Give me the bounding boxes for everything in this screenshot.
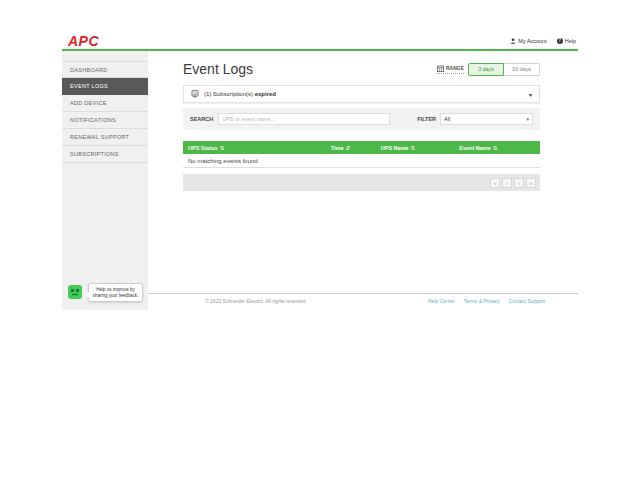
help-button[interactable]: ? Help: [557, 38, 576, 44]
sort-icon: ⇅: [411, 145, 416, 151]
filter-dropdown[interactable]: All ▾: [440, 113, 533, 125]
my-account-label: My Account: [518, 38, 546, 44]
empty-state-row: No matching events found: [183, 154, 540, 168]
range-3-days-button[interactable]: 3 days: [468, 63, 504, 76]
subscription-expired-banner[interactable]: (1) Subscription(s) expired ▾: [183, 85, 540, 103]
sort-icon: ⇵: [346, 145, 351, 151]
sort-icon: ⇅: [493, 145, 498, 151]
sidebar-item-notifications[interactable]: NOTIFICATIONS: [62, 112, 148, 129]
pagination-next-button[interactable]: ›: [514, 178, 524, 188]
sidebar-item-dashboard[interactable]: DASHBOARD: [62, 61, 148, 78]
sidebar-item-event-logs[interactable]: EVENT LOGS: [62, 78, 148, 95]
pagination-bar: « ‹ › »: [183, 174, 540, 191]
sidebar-item-label: DASHBOARD: [70, 67, 108, 73]
range-label: RANGE: [437, 65, 464, 74]
range-30-days-button[interactable]: 30 days: [504, 63, 540, 76]
pagination-prev-button[interactable]: ‹: [502, 178, 512, 188]
user-icon: [510, 38, 516, 44]
sidebar-item-subscriptions[interactable]: SUBSCRIPTIONS: [62, 146, 148, 163]
terms-privacy-link[interactable]: Terms & Privacy: [464, 298, 500, 304]
pagination-last-button[interactable]: »: [526, 178, 536, 188]
calendar-icon: [437, 65, 444, 72]
page-title: Event Logs: [183, 61, 253, 77]
search-input[interactable]: [218, 113, 390, 125]
filter-selected-value: All: [444, 116, 450, 122]
help-label: Help: [565, 38, 576, 44]
column-header-time[interactable]: Time⇵: [326, 145, 376, 151]
ups-device-icon: [191, 90, 199, 98]
search-filter-bar: SEARCH FILTER All ▾: [183, 108, 540, 130]
column-header-event-name[interactable]: Event Name⇅: [454, 145, 540, 151]
feedback-button[interactable]: [68, 285, 82, 299]
my-account-button[interactable]: My Account: [510, 38, 546, 44]
events-table-header: UPS Status⇅ Time⇵ UPS Name⇅ Event Name⇅: [183, 141, 540, 154]
top-navigation: My Account ? Help: [510, 38, 576, 44]
sort-icon: ⇅: [220, 145, 225, 151]
subscription-expired-text: (1) Subscription(s) expired: [204, 91, 276, 97]
apc-logo: APC: [68, 33, 99, 49]
column-header-ups-status[interactable]: UPS Status⇅: [183, 145, 326, 151]
sidebar-item-label: EVENT LOGS: [70, 83, 108, 89]
sidebar-item-renewal-support[interactable]: RENEWAL SUPPORT: [62, 129, 148, 146]
chevron-down-icon[interactable]: ▾: [529, 91, 532, 98]
app-window: APC My Account ? Help DASHBOARD EVENT LO…: [0, 0, 640, 480]
range-control: RANGE 3 days 30 days: [437, 63, 540, 76]
column-header-ups-name[interactable]: UPS Name⇅: [376, 145, 455, 151]
sidebar-item-label: NOTIFICATIONS: [70, 117, 116, 123]
copyright-text: © 2023 Schneider Electric. All rights re…: [205, 298, 307, 304]
search-label: SEARCH: [190, 116, 213, 122]
sidebar-item-label: ADD DEVICE: [70, 100, 107, 106]
sidebar-item-add-device[interactable]: ADD DEVICE: [62, 95, 148, 112]
footer-links: Help Center Terms & Privacy Contact Supp…: [428, 298, 545, 304]
sidebar: DASHBOARD EVENT LOGS ADD DEVICE NOTIFICA…: [62, 51, 148, 310]
pagination-first-button[interactable]: «: [490, 178, 500, 188]
feedback-face-icon: [68, 285, 82, 299]
help-icon: ?: [557, 38, 563, 44]
contact-support-link[interactable]: Contact Support: [509, 298, 545, 304]
sidebar-item-label: SUBSCRIPTIONS: [70, 151, 119, 157]
footer-divider: [148, 293, 578, 294]
filter-label: FILTER: [417, 116, 436, 122]
chevron-down-icon: ▾: [526, 116, 529, 122]
help-center-link[interactable]: Help Center: [428, 298, 455, 304]
empty-state-message: No matching events found: [188, 158, 258, 164]
feedback-tooltip: Help us improve by sharing your feedback…: [88, 283, 143, 302]
sidebar-item-label: RENEWAL SUPPORT: [70, 134, 129, 140]
